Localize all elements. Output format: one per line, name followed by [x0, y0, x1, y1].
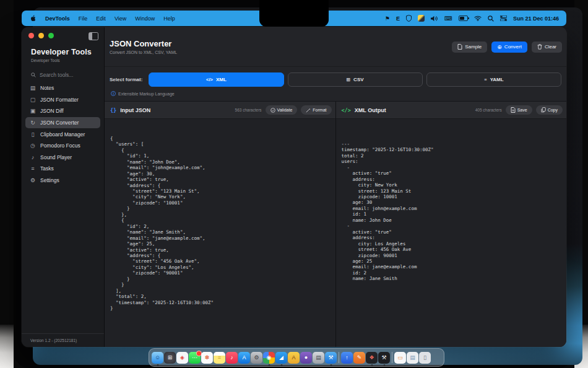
music[interactable]: ♪: [226, 352, 238, 364]
search-input[interactable]: Search tools...: [31, 72, 100, 78]
sidebar-item-label: JSON Converter: [40, 120, 79, 126]
control-center-icon[interactable]: [500, 15, 507, 22]
system-settings[interactable]: ⚙: [251, 352, 262, 364]
trash-icon: [537, 44, 542, 50]
sidebar-item-json-formatter[interactable]: ▢ JSON Formatter: [25, 94, 100, 106]
code-line: address:: [342, 235, 567, 240]
format-xml[interactable]: </> XML: [149, 72, 283, 87]
volume-icon[interactable]: [431, 15, 438, 22]
menu-item[interactable]: File: [79, 15, 88, 22]
finder[interactable]: ☺: [152, 352, 163, 364]
sidebar-item-settings[interactable]: ⚙ Settings: [25, 175, 100, 186]
sidebar-item-clipboard-manager[interactable]: ▯ Clipboard Manager: [25, 128, 100, 140]
copy-button[interactable]: Copy: [536, 105, 563, 115]
music-note-icon: ♪: [30, 154, 36, 160]
code-line: {: [110, 147, 335, 153]
app-store[interactable]: A: [238, 352, 250, 364]
close-window-button[interactable]: [28, 33, 34, 38]
sidebar-item-json-diff[interactable]: ▣ JSON Diff: [25, 105, 100, 117]
safari[interactable]: ◈: [176, 352, 188, 364]
grammarly-e-icon[interactable]: E: [396, 15, 400, 22]
xcode[interactable]: ⚒: [325, 352, 337, 364]
automator-a[interactable]: A: [288, 352, 300, 364]
sidebar-item-sound-player[interactable]: ♪ Sound Player: [25, 152, 100, 164]
sidebar-item-pomodoro-focus[interactable]: ◷ Pomodoro Focus: [25, 140, 100, 152]
database[interactable]: ▤: [313, 352, 324, 364]
validate-button[interactable]: Validate: [266, 105, 298, 115]
format-option-label: XML: [216, 77, 227, 82]
code-line: street: 456 Oak Ave: [342, 247, 567, 252]
pen-flag-icon[interactable]: ⚑: [385, 15, 390, 22]
sidebar-item-json-converter[interactable]: ↻ JSON Converter: [25, 117, 100, 129]
output-panel-title: XML Output: [355, 107, 386, 113]
launchpad[interactable]: ⊞: [164, 352, 176, 364]
notes[interactable]: ≡: [214, 352, 225, 364]
code-line: id: 1: [342, 211, 567, 217]
code-line: zipcode: 10001: [342, 194, 567, 199]
github[interactable]: ●: [300, 352, 312, 364]
clear-button[interactable]: Clear: [532, 42, 562, 53]
wifi-icon[interactable]: [474, 15, 482, 22]
trash[interactable]: ▯: [419, 352, 431, 364]
menu-clock[interactable]: Sun 21 Dec 01:46: [513, 15, 559, 22]
vscode[interactable]: ◢: [275, 352, 287, 364]
app-badge-icon[interactable]: [418, 15, 425, 22]
code-line: timestamp: "2025-12-16T10:30:00Z": [342, 147, 567, 152]
code-line: -: [342, 223, 567, 229]
format-yaml[interactable]: ≡ YAML: [426, 72, 561, 87]
menu-app-name[interactable]: DevTools: [45, 15, 70, 22]
devtools-app[interactable]: ⚒: [378, 352, 390, 364]
minimize-window-button[interactable]: [38, 33, 44, 38]
files[interactable]: ▤: [407, 352, 418, 364]
figma[interactable]: ❖: [366, 352, 378, 364]
save-button[interactable]: Save: [506, 105, 532, 115]
pencil-app[interactable]: ✎: [353, 352, 365, 364]
code-line: "street": "123 Main St",: [110, 188, 335, 194]
document-icon: ▢: [30, 97, 36, 103]
sample-button[interactable]: Sample: [452, 42, 487, 53]
gear-icon: ⚙: [30, 177, 36, 183]
format-description: Extensible Markup Language: [111, 91, 561, 96]
menu-item[interactable]: Edit: [96, 15, 106, 22]
running-indicator: [268, 364, 270, 366]
convert-button[interactable]: ⊕ Convert: [491, 42, 527, 53]
sidebar-item-label: JSON Formatter: [40, 97, 79, 103]
format-csv[interactable]: ⊞ CSV: [288, 72, 423, 87]
code-line: total: 2: [342, 153, 567, 159]
timer-icon: ◷: [30, 142, 36, 149]
macbook-screen-photo: DevTools FileEditViewWindowHelp ⚑ E ⌨: [0, 0, 588, 368]
apple-menu-icon[interactable]: [30, 15, 37, 22]
menu-item[interactable]: Window: [135, 15, 155, 22]
photos[interactable]: ✽: [201, 352, 213, 364]
uploader[interactable]: ↑: [341, 352, 353, 364]
sidebar-item-label: Tasks: [40, 165, 54, 172]
impress-document[interactable]: ▭: [394, 352, 406, 364]
keyboard-icon[interactable]: ⌨: [444, 15, 452, 22]
code-line: name: Jane Smith: [342, 276, 567, 281]
document-icon: [457, 44, 462, 50]
page-title: JSON Converter: [110, 39, 177, 48]
code-line: "total": 2,: [110, 294, 335, 299]
sidebar-item-tasks[interactable]: ≡ Tasks: [25, 163, 100, 175]
zoom-window-button[interactable]: [48, 33, 54, 38]
page-subtitle: Convert JSON to XML, CSV, YAML: [110, 50, 177, 55]
code-line: "zipcode": "10001": [110, 200, 335, 206]
battery-icon[interactable]: [459, 15, 468, 22]
sidebar-subtitle: Developer Tools: [31, 58, 104, 63]
sidebar-toggle-icon[interactable]: [89, 32, 98, 40]
sidebar-item-notes[interactable]: ▤ Notes: [25, 82, 100, 94]
chrome[interactable]: ◉: [263, 352, 275, 364]
menu-item[interactable]: Help: [163, 15, 175, 22]
code-line: "email": "jane@example.com",: [110, 235, 335, 241]
menu-items: FileEditViewWindowHelp: [79, 15, 175, 22]
messages[interactable]: ⋯: [189, 352, 201, 364]
input-json-editor[interactable]: { "users": [ { "id": 1, "name": "John Do…: [105, 119, 335, 347]
code-line: "address": {: [110, 253, 335, 258]
code-line: city: New York: [342, 182, 567, 188]
menu-item[interactable]: View: [115, 15, 126, 22]
table-icon: ⊞: [347, 77, 350, 82]
format-button[interactable]: Format: [301, 105, 331, 115]
spotlight-search-icon[interactable]: [488, 15, 494, 22]
code-line: email: jane@example.com: [342, 264, 567, 269]
shield-icon[interactable]: [406, 15, 412, 22]
